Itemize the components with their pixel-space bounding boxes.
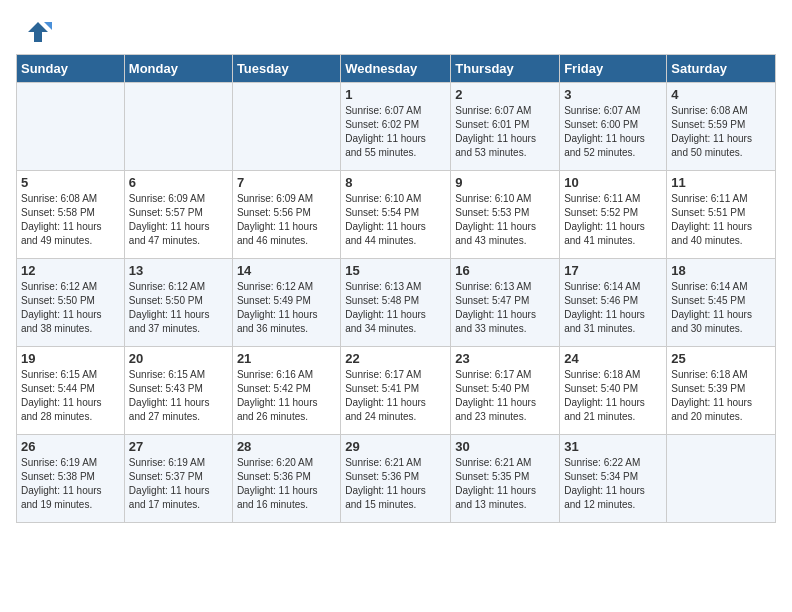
day-number: 12 bbox=[21, 263, 120, 278]
day-number: 2 bbox=[455, 87, 555, 102]
calendar-cell: 4Sunrise: 6:08 AM Sunset: 5:59 PM Daylig… bbox=[667, 83, 776, 171]
day-info: Sunrise: 6:08 AM Sunset: 5:59 PM Dayligh… bbox=[671, 104, 771, 160]
day-number: 30 bbox=[455, 439, 555, 454]
day-number: 8 bbox=[345, 175, 446, 190]
day-number: 18 bbox=[671, 263, 771, 278]
day-number: 3 bbox=[564, 87, 662, 102]
day-info: Sunrise: 6:17 AM Sunset: 5:41 PM Dayligh… bbox=[345, 368, 446, 424]
day-info: Sunrise: 6:21 AM Sunset: 5:36 PM Dayligh… bbox=[345, 456, 446, 512]
day-number: 24 bbox=[564, 351, 662, 366]
calendar-cell: 12Sunrise: 6:12 AM Sunset: 5:50 PM Dayli… bbox=[17, 259, 125, 347]
day-info: Sunrise: 6:17 AM Sunset: 5:40 PM Dayligh… bbox=[455, 368, 555, 424]
day-number: 29 bbox=[345, 439, 446, 454]
day-number: 14 bbox=[237, 263, 336, 278]
calendar-table: SundayMondayTuesdayWednesdayThursdayFrid… bbox=[16, 54, 776, 523]
page-header bbox=[0, 0, 792, 54]
calendar-cell bbox=[232, 83, 340, 171]
week-row: 26Sunrise: 6:19 AM Sunset: 5:38 PM Dayli… bbox=[17, 435, 776, 523]
calendar-cell: 15Sunrise: 6:13 AM Sunset: 5:48 PM Dayli… bbox=[341, 259, 451, 347]
calendar-cell bbox=[17, 83, 125, 171]
logo bbox=[24, 18, 58, 46]
day-number: 16 bbox=[455, 263, 555, 278]
calendar-cell: 3Sunrise: 6:07 AM Sunset: 6:00 PM Daylig… bbox=[560, 83, 667, 171]
day-number: 20 bbox=[129, 351, 228, 366]
calendar-cell: 9Sunrise: 6:10 AM Sunset: 5:53 PM Daylig… bbox=[451, 171, 560, 259]
day-number: 11 bbox=[671, 175, 771, 190]
day-info: Sunrise: 6:14 AM Sunset: 5:45 PM Dayligh… bbox=[671, 280, 771, 336]
day-number: 4 bbox=[671, 87, 771, 102]
day-number: 13 bbox=[129, 263, 228, 278]
day-number: 5 bbox=[21, 175, 120, 190]
day-number: 1 bbox=[345, 87, 446, 102]
day-info: Sunrise: 6:12 AM Sunset: 5:50 PM Dayligh… bbox=[21, 280, 120, 336]
calendar-cell: 20Sunrise: 6:15 AM Sunset: 5:43 PM Dayli… bbox=[124, 347, 232, 435]
calendar-header: SundayMondayTuesdayWednesdayThursdayFrid… bbox=[17, 55, 776, 83]
day-info: Sunrise: 6:22 AM Sunset: 5:34 PM Dayligh… bbox=[564, 456, 662, 512]
calendar-cell: 2Sunrise: 6:07 AM Sunset: 6:01 PM Daylig… bbox=[451, 83, 560, 171]
day-number: 19 bbox=[21, 351, 120, 366]
calendar-cell bbox=[124, 83, 232, 171]
weekday-header: Tuesday bbox=[232, 55, 340, 83]
weekday-header: Monday bbox=[124, 55, 232, 83]
calendar-cell: 8Sunrise: 6:10 AM Sunset: 5:54 PM Daylig… bbox=[341, 171, 451, 259]
weekday-header: Saturday bbox=[667, 55, 776, 83]
day-number: 6 bbox=[129, 175, 228, 190]
calendar-cell: 16Sunrise: 6:13 AM Sunset: 5:47 PM Dayli… bbox=[451, 259, 560, 347]
day-number: 10 bbox=[564, 175, 662, 190]
calendar-cell: 11Sunrise: 6:11 AM Sunset: 5:51 PM Dayli… bbox=[667, 171, 776, 259]
calendar-cell: 25Sunrise: 6:18 AM Sunset: 5:39 PM Dayli… bbox=[667, 347, 776, 435]
day-number: 25 bbox=[671, 351, 771, 366]
weekday-header: Sunday bbox=[17, 55, 125, 83]
calendar-cell: 6Sunrise: 6:09 AM Sunset: 5:57 PM Daylig… bbox=[124, 171, 232, 259]
calendar-cell: 14Sunrise: 6:12 AM Sunset: 5:49 PM Dayli… bbox=[232, 259, 340, 347]
calendar-cell: 23Sunrise: 6:17 AM Sunset: 5:40 PM Dayli… bbox=[451, 347, 560, 435]
day-info: Sunrise: 6:13 AM Sunset: 5:48 PM Dayligh… bbox=[345, 280, 446, 336]
weekday-header: Thursday bbox=[451, 55, 560, 83]
day-info: Sunrise: 6:19 AM Sunset: 5:37 PM Dayligh… bbox=[129, 456, 228, 512]
day-number: 31 bbox=[564, 439, 662, 454]
day-number: 26 bbox=[21, 439, 120, 454]
day-info: Sunrise: 6:18 AM Sunset: 5:39 PM Dayligh… bbox=[671, 368, 771, 424]
day-info: Sunrise: 6:15 AM Sunset: 5:44 PM Dayligh… bbox=[21, 368, 120, 424]
calendar-cell: 28Sunrise: 6:20 AM Sunset: 5:36 PM Dayli… bbox=[232, 435, 340, 523]
day-info: Sunrise: 6:15 AM Sunset: 5:43 PM Dayligh… bbox=[129, 368, 228, 424]
calendar-cell: 22Sunrise: 6:17 AM Sunset: 5:41 PM Dayli… bbox=[341, 347, 451, 435]
day-number: 17 bbox=[564, 263, 662, 278]
day-info: Sunrise: 6:20 AM Sunset: 5:36 PM Dayligh… bbox=[237, 456, 336, 512]
day-info: Sunrise: 6:10 AM Sunset: 5:53 PM Dayligh… bbox=[455, 192, 555, 248]
calendar-cell: 5Sunrise: 6:08 AM Sunset: 5:58 PM Daylig… bbox=[17, 171, 125, 259]
day-number: 9 bbox=[455, 175, 555, 190]
day-info: Sunrise: 6:12 AM Sunset: 5:49 PM Dayligh… bbox=[237, 280, 336, 336]
calendar-cell: 29Sunrise: 6:21 AM Sunset: 5:36 PM Dayli… bbox=[341, 435, 451, 523]
day-number: 27 bbox=[129, 439, 228, 454]
calendar-cell bbox=[667, 435, 776, 523]
day-number: 28 bbox=[237, 439, 336, 454]
day-number: 15 bbox=[345, 263, 446, 278]
calendar-cell: 26Sunrise: 6:19 AM Sunset: 5:38 PM Dayli… bbox=[17, 435, 125, 523]
day-number: 21 bbox=[237, 351, 336, 366]
day-info: Sunrise: 6:12 AM Sunset: 5:50 PM Dayligh… bbox=[129, 280, 228, 336]
week-row: 1Sunrise: 6:07 AM Sunset: 6:02 PM Daylig… bbox=[17, 83, 776, 171]
day-info: Sunrise: 6:11 AM Sunset: 5:52 PM Dayligh… bbox=[564, 192, 662, 248]
weekday-row: SundayMondayTuesdayWednesdayThursdayFrid… bbox=[17, 55, 776, 83]
day-info: Sunrise: 6:11 AM Sunset: 5:51 PM Dayligh… bbox=[671, 192, 771, 248]
day-info: Sunrise: 6:09 AM Sunset: 5:56 PM Dayligh… bbox=[237, 192, 336, 248]
calendar-body: 1Sunrise: 6:07 AM Sunset: 6:02 PM Daylig… bbox=[17, 83, 776, 523]
week-row: 12Sunrise: 6:12 AM Sunset: 5:50 PM Dayli… bbox=[17, 259, 776, 347]
calendar-cell: 19Sunrise: 6:15 AM Sunset: 5:44 PM Dayli… bbox=[17, 347, 125, 435]
weekday-header: Wednesday bbox=[341, 55, 451, 83]
day-number: 7 bbox=[237, 175, 336, 190]
day-number: 23 bbox=[455, 351, 555, 366]
week-row: 19Sunrise: 6:15 AM Sunset: 5:44 PM Dayli… bbox=[17, 347, 776, 435]
day-info: Sunrise: 6:08 AM Sunset: 5:58 PM Dayligh… bbox=[21, 192, 120, 248]
day-info: Sunrise: 6:13 AM Sunset: 5:47 PM Dayligh… bbox=[455, 280, 555, 336]
calendar-cell: 1Sunrise: 6:07 AM Sunset: 6:02 PM Daylig… bbox=[341, 83, 451, 171]
calendar-wrapper: SundayMondayTuesdayWednesdayThursdayFrid… bbox=[0, 54, 792, 539]
day-info: Sunrise: 6:09 AM Sunset: 5:57 PM Dayligh… bbox=[129, 192, 228, 248]
day-info: Sunrise: 6:18 AM Sunset: 5:40 PM Dayligh… bbox=[564, 368, 662, 424]
day-info: Sunrise: 6:07 AM Sunset: 6:02 PM Dayligh… bbox=[345, 104, 446, 160]
calendar-cell: 17Sunrise: 6:14 AM Sunset: 5:46 PM Dayli… bbox=[560, 259, 667, 347]
day-info: Sunrise: 6:07 AM Sunset: 6:00 PM Dayligh… bbox=[564, 104, 662, 160]
day-info: Sunrise: 6:07 AM Sunset: 6:01 PM Dayligh… bbox=[455, 104, 555, 160]
weekday-header: Friday bbox=[560, 55, 667, 83]
